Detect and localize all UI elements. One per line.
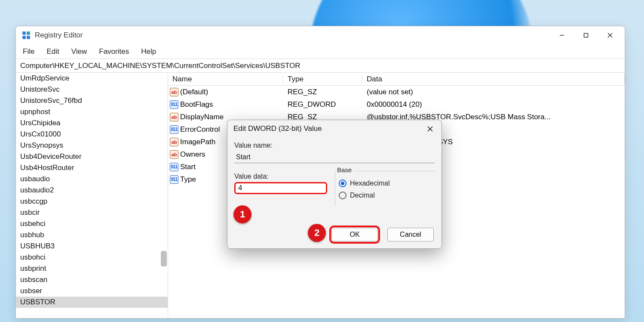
col-name[interactable]: Name	[168, 75, 283, 84]
annotation-badge-1: 1	[233, 205, 251, 223]
menu-edit[interactable]: Edit	[46, 46, 60, 58]
svg-rect-6	[584, 34, 588, 37]
menu-favorites[interactable]: Favorites	[98, 46, 130, 58]
dialog-title: Edit DWORD (32-bit) Value	[233, 124, 322, 133]
menu-help[interactable]: Help	[140, 46, 157, 58]
col-data[interactable]: Data	[362, 75, 625, 84]
value-name-label: Value name:	[234, 142, 435, 149]
base-label: Base	[335, 166, 353, 173]
tree-item[interactable]: usbohci	[16, 252, 168, 263]
close-button[interactable]	[598, 27, 622, 44]
cancel-button[interactable]: Cancel	[387, 228, 434, 242]
radio-hex-row[interactable]: Hexadecimal	[339, 177, 431, 189]
value-name: Type	[180, 175, 196, 184]
value-name-input[interactable]	[234, 151, 435, 163]
radio-dec-label: Decimal	[350, 192, 375, 199]
minimize-button[interactable]	[550, 27, 574, 44]
tree-item[interactable]: Usb4DeviceRouter	[16, 151, 168, 162]
value-name: ErrorControl	[180, 125, 220, 134]
svg-rect-2	[22, 36, 26, 39]
value-header: Name Type Data	[168, 73, 625, 86]
string-value-icon: ab	[170, 88, 178, 96]
value-name: Owners	[180, 150, 205, 159]
desktop: Registry Editor File Edit View Favorites…	[0, 0, 644, 322]
registry-editor-icon	[22, 31, 31, 40]
col-type[interactable]: Type	[283, 75, 362, 84]
tree-item[interactable]: Usb4HostRouter	[16, 162, 168, 173]
tree-item[interactable]: usbser	[16, 285, 168, 297]
string-value-icon: ab	[170, 150, 178, 159]
binary-value-icon: 011	[170, 175, 178, 184]
tree-item[interactable]: usbaudio2	[16, 185, 168, 196]
menu-view[interactable]: View	[71, 46, 88, 58]
binary-value-icon: 011	[170, 100, 178, 109]
string-value-icon: ab	[170, 138, 178, 146]
binary-value-icon: 011	[170, 163, 178, 171]
address-text: Computer\HKEY_LOCAL_MACHINE\SYSTEM\Curre…	[20, 62, 301, 70]
tree-item[interactable]: usbcir	[16, 207, 168, 218]
tree-item[interactable]: usbhub	[16, 229, 168, 241]
menu-file[interactable]: File	[22, 46, 35, 58]
window-title: Registry Editor	[35, 31, 83, 40]
value-data-input[interactable]	[234, 182, 327, 194]
svg-rect-3	[27, 36, 30, 39]
tree-item[interactable]: usbscan	[16, 274, 168, 285]
radio-dec-row[interactable]: Decimal	[339, 189, 431, 201]
value-row[interactable]: 011BootFlagsREG_DWORD0x00000014 (20)	[168, 98, 625, 111]
ok-button[interactable]: OK	[331, 228, 378, 242]
value-name: ImagePath	[180, 138, 215, 146]
maximize-button[interactable]	[574, 27, 598, 44]
value-data: 0x00000014 (20)	[362, 100, 625, 109]
tree-item[interactable]: UrsCx01000	[16, 129, 168, 140]
value-name: (Default)	[180, 88, 208, 96]
tree-item[interactable]: UnistoreSvc	[16, 84, 168, 95]
key-tree[interactable]: UmRdpServiceUnistoreSvcUnistoreSvc_76fbd…	[16, 73, 168, 318]
binary-value-icon: 011	[170, 125, 178, 134]
base-group: Base Hexadecimal Decimal	[335, 171, 435, 206]
value-type: REG_SZ	[283, 88, 362, 96]
value-name: BootFlags	[180, 100, 213, 109]
value-name: DisplayName	[180, 113, 224, 121]
value-data-label: Value data:	[234, 173, 327, 180]
tree-item[interactable]: usbaudio	[16, 173, 168, 185]
title-bar[interactable]: Registry Editor	[16, 26, 625, 44]
value-type: REG_DWORD	[283, 100, 362, 109]
dialog-close-button[interactable]	[420, 121, 440, 137]
menu-bar: File Edit View Favorites Help	[16, 44, 625, 59]
svg-point-4	[28, 31, 31, 34]
tree-item[interactable]: UrsSynopsys	[16, 140, 168, 151]
edit-dword-dialog: Edit DWORD (32-bit) Value Value name: Va…	[227, 120, 442, 249]
tree-item[interactable]: usbccgp	[16, 196, 168, 207]
dialog-title-bar[interactable]: Edit DWORD (32-bit) Value	[227, 120, 442, 137]
radio-hex-label: Hexadecimal	[350, 180, 389, 187]
svg-rect-0	[22, 31, 26, 35]
tree-item[interactable]: UrsChipidea	[16, 118, 168, 129]
tree-item[interactable]: usbehci	[16, 218, 168, 229]
value-row[interactable]: ab(Default)REG_SZ(value not set)	[168, 86, 625, 98]
tree-scrollbar-thumb[interactable]	[161, 251, 167, 266]
tree-item[interactable]: USBHUB3	[16, 241, 168, 252]
value-name: Start	[180, 163, 196, 171]
radio-hex[interactable]	[339, 180, 347, 187]
tree-item[interactable]: UnistoreSvc_76fbd	[16, 95, 168, 106]
tree-item[interactable]: USBSTOR	[16, 297, 168, 308]
radio-dec[interactable]	[339, 192, 347, 199]
value-data: (value not set)	[362, 88, 625, 96]
address-bar[interactable]: Computer\HKEY_LOCAL_MACHINE\SYSTEM\Curre…	[16, 59, 625, 73]
tree-item[interactable]: usbprint	[16, 263, 168, 274]
annotation-badge-2: 2	[308, 224, 326, 242]
tree-item[interactable]: UmRdpService	[16, 73, 168, 84]
string-value-icon: ab	[170, 113, 178, 121]
tree-item[interactable]: upnphost	[16, 106, 168, 118]
